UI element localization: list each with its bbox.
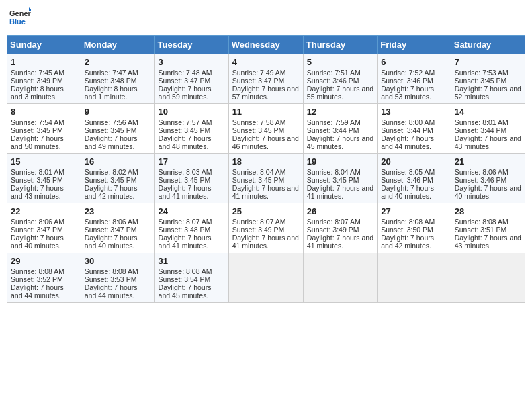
calendar-cell: 11Sunrise: 7:58 AMSunset: 3:45 PMDayligh…: [228, 104, 303, 154]
day-number: 20: [381, 156, 447, 167]
sunrise: Sunrise: 8:08 AM: [11, 267, 64, 275]
calendar-cell: 1Sunrise: 7:45 AMSunset: 3:49 PMDaylight…: [7, 54, 81, 104]
sunset: Sunset: 3:47 PM: [232, 77, 285, 85]
daylight: Daylight: 7 hours and 44 minutes.: [11, 283, 64, 300]
calendar-cell: 2Sunrise: 7:47 AMSunset: 3:48 PMDaylight…: [81, 54, 154, 104]
sunrise: Sunrise: 8:03 AM: [159, 168, 212, 176]
day-number: 24: [159, 206, 225, 216]
sunrise: Sunrise: 7:51 AM: [307, 68, 361, 77]
day-number: 16: [85, 156, 151, 167]
daylight: Daylight: 7 hours and 44 minutes.: [85, 283, 138, 300]
calendar-cell: [303, 253, 377, 303]
calendar-cell: 27Sunrise: 8:08 AMSunset: 3:50 PMDayligh…: [378, 203, 451, 253]
sunset: Sunset: 3:45 PM: [159, 126, 211, 134]
daylight: Daylight: 8 hours and 1 minute.: [85, 85, 138, 101]
daylight: Daylight: 7 hours and 41 minutes.: [159, 234, 212, 250]
sunrise: Sunrise: 7:52 AM: [381, 68, 435, 77]
page-header: General Blue: [7, 7, 525, 31]
calendar-cell: [451, 253, 525, 303]
daylight: Daylight: 7 hours and 48 minutes.: [159, 134, 212, 150]
sunrise: Sunrise: 8:05 AM: [381, 168, 435, 176]
sunrise: Sunrise: 7:56 AM: [85, 118, 138, 126]
calendar-cell: 6Sunrise: 7:52 AMSunset: 3:46 PMDaylight…: [378, 54, 451, 104]
sunset: Sunset: 3:46 PM: [381, 77, 433, 85]
daylight: Daylight: 7 hours and 44 minutes.: [381, 134, 434, 150]
sunrise: Sunrise: 8:06 AM: [455, 168, 508, 176]
calendar-cell: 16Sunrise: 8:02 AMSunset: 3:45 PMDayligh…: [81, 154, 154, 203]
sunrise: Sunrise: 7:59 AM: [307, 118, 361, 126]
sunrise: Sunrise: 8:04 AM: [232, 168, 286, 176]
sunrise: Sunrise: 8:08 AM: [85, 267, 138, 275]
calendar-cell: 29Sunrise: 8:08 AMSunset: 3:52 PMDayligh…: [7, 253, 81, 303]
svg-text:General: General: [9, 9, 31, 17]
calendar-week-row: 15Sunrise: 8:01 AMSunset: 3:45 PMDayligh…: [7, 154, 525, 203]
daylight: Daylight: 7 hours and 40 minutes.: [381, 184, 434, 200]
daylight: Daylight: 7 hours and 43 minutes.: [11, 184, 64, 200]
calendar-cell: 18Sunrise: 8:04 AMSunset: 3:45 PMDayligh…: [228, 154, 303, 203]
daylight: Daylight: 7 hours and 59 minutes.: [159, 85, 212, 101]
day-number: 1: [11, 57, 77, 67]
day-number: 2: [85, 57, 151, 67]
sunset: Sunset: 3:45 PM: [455, 77, 507, 85]
calendar-week-row: 22Sunrise: 8:06 AMSunset: 3:47 PMDayligh…: [7, 203, 525, 253]
sunrise: Sunrise: 8:08 AM: [381, 218, 435, 226]
daylight: Daylight: 7 hours and 55 minutes.: [307, 85, 373, 101]
calendar-cell: 25Sunrise: 8:07 AMSunset: 3:49 PMDayligh…: [228, 203, 303, 253]
sunrise: Sunrise: 7:48 AM: [159, 68, 212, 77]
sunset: Sunset: 3:51 PM: [455, 226, 507, 234]
calendar-day-header: Friday: [378, 36, 451, 54]
daylight: Daylight: 7 hours and 41 minutes.: [159, 184, 212, 200]
calendar-week-row: 1Sunrise: 7:45 AMSunset: 3:49 PMDaylight…: [7, 54, 525, 104]
sunset: Sunset: 3:44 PM: [307, 126, 359, 134]
day-number: 8: [11, 107, 77, 117]
day-number: 6: [381, 57, 447, 67]
calendar-cell: 21Sunrise: 8:06 AMSunset: 3:46 PMDayligh…: [451, 154, 525, 203]
sunset: Sunset: 3:50 PM: [381, 226, 433, 234]
calendar-cell: 26Sunrise: 8:07 AMSunset: 3:49 PMDayligh…: [303, 203, 377, 253]
sunrise: Sunrise: 7:53 AM: [455, 68, 508, 77]
sunrise: Sunrise: 7:58 AM: [232, 118, 286, 126]
daylight: Daylight: 7 hours and 41 minutes.: [232, 184, 299, 200]
sunset: Sunset: 3:49 PM: [307, 226, 359, 234]
calendar-day-header: Monday: [81, 36, 154, 54]
calendar-cell: 12Sunrise: 7:59 AMSunset: 3:44 PMDayligh…: [303, 104, 377, 154]
calendar-day-header: Wednesday: [228, 36, 303, 54]
day-number: 14: [455, 107, 521, 117]
sunrise: Sunrise: 8:01 AM: [11, 168, 64, 176]
sunset: Sunset: 3:47 PM: [11, 226, 63, 234]
daylight: Daylight: 7 hours and 45 minutes.: [159, 283, 212, 300]
day-number: 30: [85, 256, 151, 266]
daylight: Daylight: 7 hours and 46 minutes.: [232, 134, 299, 150]
day-number: 25: [232, 206, 300, 216]
sunset: Sunset: 3:45 PM: [85, 126, 137, 134]
sunset: Sunset: 3:46 PM: [307, 77, 359, 85]
calendar-cell: 3Sunrise: 7:48 AMSunset: 3:47 PMDaylight…: [154, 54, 228, 104]
sunset: Sunset: 3:47 PM: [85, 226, 137, 234]
day-number: 9: [85, 107, 151, 117]
calendar-cell: 8Sunrise: 7:54 AMSunset: 3:45 PMDaylight…: [7, 104, 81, 154]
daylight: Daylight: 7 hours and 42 minutes.: [85, 184, 138, 200]
calendar-cell: 15Sunrise: 8:01 AMSunset: 3:45 PMDayligh…: [7, 154, 81, 203]
daylight: Daylight: 7 hours and 45 minutes.: [307, 134, 373, 150]
daylight: Daylight: 7 hours and 40 minutes.: [11, 234, 64, 250]
calendar-cell: 31Sunrise: 8:08 AMSunset: 3:54 PMDayligh…: [154, 253, 228, 303]
calendar-cell: 28Sunrise: 8:08 AMSunset: 3:51 PMDayligh…: [451, 203, 525, 253]
sunrise: Sunrise: 7:47 AM: [85, 68, 138, 77]
sunrise: Sunrise: 7:45 AM: [11, 68, 64, 77]
calendar-day-header: Sunday: [7, 36, 81, 54]
day-number: 11: [232, 107, 300, 117]
sunrise: Sunrise: 8:00 AM: [381, 118, 435, 126]
calendar-cell: 10Sunrise: 7:57 AMSunset: 3:45 PMDayligh…: [154, 104, 228, 154]
calendar-body: 1Sunrise: 7:45 AMSunset: 3:49 PMDaylight…: [7, 54, 525, 303]
daylight: Daylight: 7 hours and 43 minutes.: [455, 134, 521, 150]
calendar-table: SundayMondayTuesdayWednesdayThursdayFrid…: [7, 35, 525, 303]
sunset: Sunset: 3:44 PM: [381, 126, 433, 134]
daylight: Daylight: 7 hours and 52 minutes.: [455, 85, 521, 101]
sunrise: Sunrise: 8:07 AM: [159, 218, 212, 226]
sunset: Sunset: 3:45 PM: [11, 126, 63, 134]
sunset: Sunset: 3:46 PM: [455, 176, 507, 184]
daylight: Daylight: 7 hours and 42 minutes.: [381, 234, 434, 250]
sunset: Sunset: 3:45 PM: [232, 176, 285, 184]
daylight: Daylight: 7 hours and 50 minutes.: [11, 134, 64, 150]
calendar-cell: [228, 253, 303, 303]
